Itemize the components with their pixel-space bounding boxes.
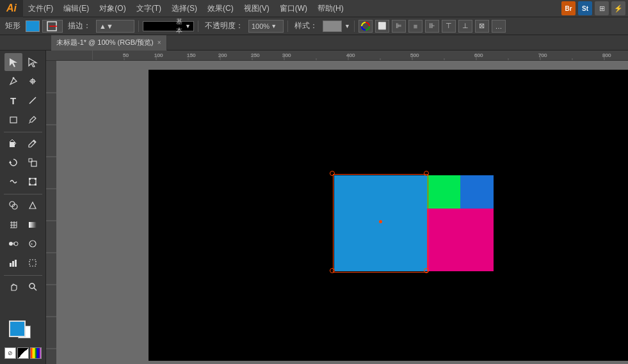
menu-text[interactable]: 文字(T) [131,1,166,17]
warp-tool[interactable] [4,173,22,191]
align-bottom-btn[interactable]: ⊠ [475,20,489,33]
align-right-btn[interactable]: ⊪ [425,20,439,33]
recolor-icon [360,21,371,31]
recolor-btn[interactable] [358,20,373,33]
rect-tool[interactable] [4,111,22,129]
blend-tool[interactable] [4,235,22,253]
symbol-tool[interactable]: * [24,235,42,253]
select-tool[interactable] [4,53,22,71]
app-logo: Ai [0,0,23,17]
svg-rect-21 [35,184,36,186]
style-dropdown-arrow[interactable]: ▼ [344,23,350,29]
svg-marker-24 [29,202,36,209]
grid-button[interactable]: ⊞ [595,1,609,15]
svg-marker-14 [9,161,12,163]
svg-line-41 [34,288,36,290]
column-graph-tool[interactable] [4,254,22,272]
align-center-btn[interactable]: ≡ [408,20,423,33]
blue-small-rect[interactable] [460,175,494,209]
artboard[interactable] [149,70,628,361]
free-transform-tool[interactable] [24,173,42,191]
svg-rect-38 [15,260,17,267]
free-transform-icon [28,177,38,187]
line-tool[interactable] [24,91,42,109]
svg-text:100: 100 [154,52,163,58]
more-options-btn[interactable]: … [492,20,506,33]
perspective-tool[interactable] [24,196,42,214]
svg-rect-72 [46,61,56,364]
bridge-button[interactable]: Br [561,1,576,15]
zoom-tool[interactable] [24,278,42,296]
tool-row-11 [0,254,45,272]
rotate-tool[interactable] [4,154,22,171]
align-top-btn[interactable]: ⊤ [442,20,456,33]
shape-type-label: 矩形 [3,20,23,31]
menu-help[interactable]: 帮助(H) [312,1,349,17]
opacity-dropdown-arrow[interactable]: ▼ [271,23,277,29]
menu-edit[interactable]: 编辑(E) [58,1,94,17]
hand-tool[interactable] [4,278,22,296]
align-left-btn[interactable]: ⊫ [392,20,406,33]
stroke-line [146,26,173,27]
tool-row-4 [0,111,45,129]
pen-tool[interactable] [4,72,22,90]
opacity-dropdown[interactable]: 100% ▼ [248,20,284,33]
swap-colors-btn[interactable] [17,347,29,359]
paint-bucket-tool[interactable] [4,134,22,152]
tool-sep-2 [4,194,42,194]
menu-window[interactable]: 窗口(W) [275,1,312,17]
align-vcenter-btn[interactable]: ⊥ [458,20,472,33]
gradient-tool[interactable] [24,216,42,233]
document-tab[interactable]: 未标题-1* @ 100% (RGB/预览) × [51,35,167,51]
blue-rect[interactable] [334,175,427,271]
anchor-tool[interactable] [24,72,42,90]
direct-select-tool[interactable] [24,53,42,71]
stroke-dropdown-arrow[interactable]: ▼ [185,23,191,29]
tool-row-3: T [0,91,45,109]
magenta-rect[interactable] [427,209,494,271]
sep4 [354,20,355,32]
menu-effect[interactable]: 效果(C) [202,1,239,17]
type-tool[interactable]: T [4,91,22,109]
ruler-v-svg [46,61,56,364]
fill-color-box[interactable] [26,20,40,32]
stroke-weight-dropdown[interactable]: ▲▼ [96,20,134,33]
shape-builder-tool[interactable] [4,196,22,214]
green-rect[interactable] [427,175,460,209]
zoom-icon [28,281,38,292]
svg-text:400: 400 [346,52,355,58]
opacity-label: 不透明度： [202,20,246,31]
gradient-icon [28,219,38,230]
ruler-h-svg: 50 100 150 200 250 300 400 500 600 700 8… [92,51,628,61]
blend-icon [8,239,19,249]
canvas-area[interactable]: 50 100 150 200 250 300 400 500 600 700 8… [46,51,628,364]
bolt-button[interactable]: ⚡ [611,1,625,15]
stroke-preview[interactable]: 基本 ▼ [143,21,194,31]
fg-color-swatch[interactable] [9,320,26,337]
tool-row-8 [0,196,45,214]
mesh-tool[interactable] [4,216,22,233]
tool-row-6 [0,154,45,171]
stroke-options-btn[interactable] [42,20,63,33]
style-dropdown[interactable] [323,20,342,32]
none-swatch[interactable]: ⊘ [4,347,16,359]
svg-rect-10 [10,117,17,123]
stock-button[interactable]: St [578,1,592,15]
menu-object[interactable]: 对象(O) [94,1,131,17]
doc-tab-close[interactable]: × [157,39,161,46]
direct-select-icon [28,57,38,67]
rect-align-btn[interactable]: ⬜ [375,20,389,33]
eyedropper-tool[interactable] [24,134,42,152]
artboard-tool[interactable] [24,254,42,272]
scale-tool[interactable] [24,154,42,171]
gradient-swatch[interactable] [30,347,42,359]
menu-select[interactable]: 选择(S) [166,1,202,17]
menu-view[interactable]: 视图(V) [239,1,275,17]
color-mode-row: ⊘ [4,347,42,359]
stroke-icon [47,21,58,31]
pencil-tool[interactable] [24,111,42,129]
menu-file[interactable]: 文件(F) [23,1,58,17]
stroke-label: 描边： [65,20,93,31]
left-toolbar: T [0,51,46,364]
svg-rect-19 [35,178,36,180]
